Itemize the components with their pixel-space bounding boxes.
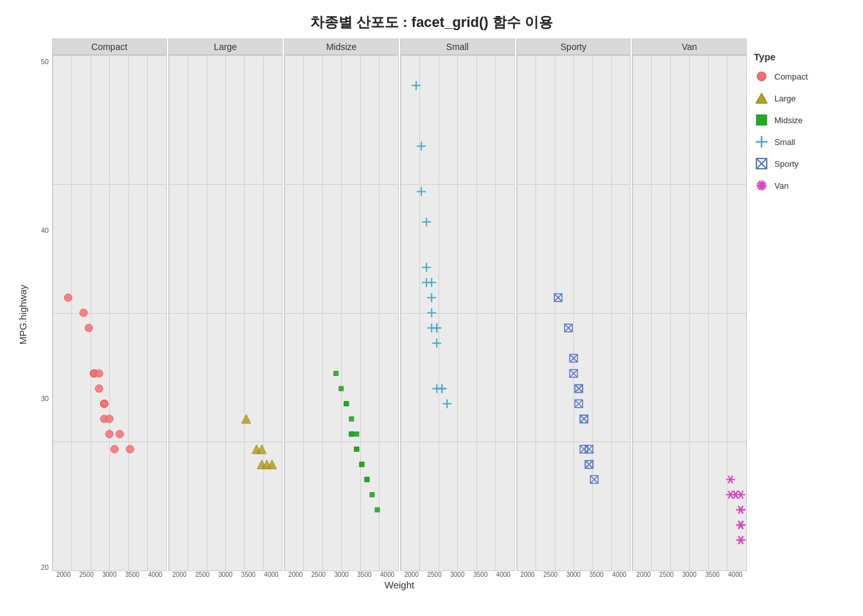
y-tick: 50 — [32, 58, 51, 65]
legend-item-sporty: Sporty — [754, 156, 844, 171]
x-ticks-small: 20002500300035004000 — [400, 571, 515, 578]
x-tick: 3500 — [125, 571, 139, 578]
x-ticks-van: 20002500300035004000 — [632, 571, 747, 578]
x-tick: 3000 — [683, 571, 697, 578]
legend-symbol-sporty — [754, 156, 769, 171]
x-tick: 4000 — [380, 571, 394, 578]
chart-body: MPG.highway 50403020 CompactLargeMidsize… — [13, 38, 850, 590]
svg-point-10 — [105, 415, 113, 423]
legend-label-midsize: Midsize — [774, 116, 803, 125]
x-tick: 3500 — [705, 571, 719, 578]
facet-sporty: Sporty — [516, 38, 631, 571]
facet-header-compact: Compact — [53, 39, 166, 55]
x-tick: 3500 — [357, 571, 371, 578]
svg-point-0 — [64, 294, 72, 302]
x-tick: 2000 — [57, 571, 71, 578]
y-ticks-col: 50403020 — [32, 38, 51, 571]
legend-title: Type — [754, 51, 844, 62]
title-sub: 함수 이용 — [489, 14, 553, 30]
facet-svg-small — [401, 55, 514, 570]
facet-svg-midsize — [284, 55, 398, 570]
x-tick: 2500 — [659, 571, 674, 578]
x-tick: 4000 — [264, 571, 278, 578]
svg-rect-27 — [349, 432, 354, 436]
svg-point-2 — [85, 324, 92, 332]
legend-item-van: Van — [754, 178, 844, 193]
svg-point-8 — [100, 400, 108, 407]
chart-title: 차종별 산포도 : facet_grid() 함수 이용 — [13, 13, 850, 32]
legend-symbol-van — [754, 178, 769, 193]
y-tick: 20 — [32, 563, 51, 571]
legend-label-small: Small — [774, 137, 796, 147]
x-tick: 2500 — [543, 571, 557, 578]
facet-van: Van — [632, 38, 747, 571]
legend-label-large: Large — [774, 94, 796, 103]
facet-svg-sporty — [517, 55, 631, 570]
x-tick: 3000 — [450, 571, 464, 578]
x-axis-ticks: 2000250030003500400020002500300035004000… — [51, 571, 747, 578]
facet-large: Large — [168, 38, 283, 571]
legend-item-compact: Compact — [754, 69, 844, 84]
legend-item-large: Large — [754, 90, 844, 106]
x-tick: 3500 — [473, 571, 487, 578]
facet-header-midsize: Midsize — [284, 39, 398, 55]
y-axis-label: MPG.highway — [13, 38, 32, 590]
facet-small: Small — [400, 38, 515, 571]
facet-plot-van — [632, 55, 746, 570]
svg-marker-153 — [756, 93, 767, 103]
x-tick: 2500 — [311, 571, 326, 578]
svg-rect-35 — [370, 492, 374, 497]
legend-symbol-small — [754, 134, 769, 150]
facet-plot-compact — [53, 55, 166, 570]
facet-svg-compact — [53, 55, 166, 570]
x-ticks-large: 20002500300035004000 — [168, 571, 283, 578]
facet-svg-van — [632, 55, 746, 570]
svg-point-1 — [80, 309, 87, 317]
x-tick: 2000 — [636, 571, 650, 578]
svg-rect-24 — [344, 402, 349, 406]
svg-rect-21 — [334, 371, 338, 375]
x-ticks-sporty: 20002500300035004000 — [516, 571, 631, 578]
facet-plot-large — [169, 55, 283, 570]
svg-rect-34 — [365, 477, 369, 482]
x-tick: 2500 — [195, 571, 209, 578]
svg-point-12 — [116, 430, 123, 438]
facet-plot-sporty — [517, 55, 631, 570]
legend-item-midsize: Midsize — [754, 112, 844, 128]
facet-compact: Compact — [52, 38, 167, 571]
chart-container: 차종별 산포도 : facet_grid() 함수 이용 MPG.highway… — [0, 0, 863, 616]
facet-header-small: Small — [401, 39, 514, 55]
legend-label-compact: Compact — [774, 72, 808, 81]
x-ticks-compact: 20002500300035004000 — [52, 571, 167, 578]
x-tick: 3500 — [589, 571, 604, 578]
svg-point-14 — [126, 445, 134, 453]
svg-point-5 — [95, 370, 103, 377]
x-tick: 3500 — [241, 571, 256, 578]
legend-item-small: Small — [754, 134, 844, 150]
x-ticks-midsize: 20002500300035004000 — [284, 571, 399, 578]
svg-rect-154 — [756, 115, 767, 125]
facet-midsize: Midsize — [284, 38, 399, 571]
x-tick: 4000 — [496, 571, 510, 578]
facet-svg-large — [169, 55, 283, 570]
x-tick: 3000 — [218, 571, 232, 578]
svg-point-13 — [110, 445, 118, 453]
x-tick: 2000 — [172, 571, 186, 578]
legend-label-sporty: Sporty — [774, 159, 799, 169]
x-tick: 2000 — [405, 571, 419, 578]
svg-marker-15 — [241, 415, 250, 424]
facet-header-large: Large — [169, 39, 283, 55]
legend-symbol-compact — [754, 69, 769, 84]
svg-rect-36 — [375, 508, 379, 512]
x-tick: 4000 — [148, 571, 162, 578]
x-tick: 2000 — [520, 571, 534, 578]
x-tick: 2500 — [427, 571, 441, 578]
title-main: 차종별 산포도 : — [310, 14, 412, 30]
svg-rect-30 — [354, 447, 359, 452]
legend-symbol-midsize — [754, 112, 769, 128]
x-tick: 3000 — [566, 571, 580, 578]
svg-rect-22 — [339, 386, 344, 391]
y-tick: 40 — [32, 227, 51, 234]
x-axis-row: 2000250030003500400020002500300035004000… — [32, 571, 850, 578]
facets-row: CompactLargeMidsizeSmallSportyVan — [51, 38, 747, 571]
